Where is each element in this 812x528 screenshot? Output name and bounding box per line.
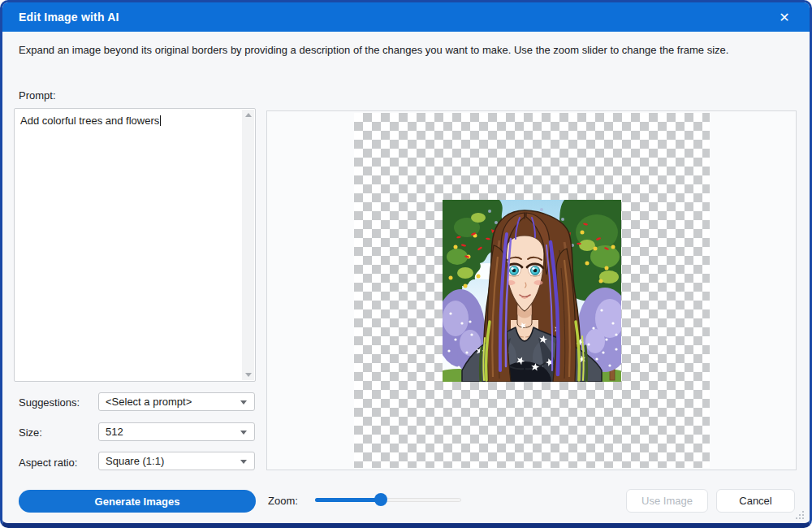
prompt-scrollbar[interactable] xyxy=(242,110,254,380)
dialog-description: Expand an image beyond its original bord… xyxy=(19,44,728,56)
transparent-frame xyxy=(354,113,710,468)
resize-grip[interactable] xyxy=(795,511,804,520)
chevron-down-icon xyxy=(240,460,247,464)
aspect-ratio-value: Square (1:1) xyxy=(106,455,164,467)
suggestions-label: Suggestions: xyxy=(19,396,80,409)
preview-panel xyxy=(266,110,797,470)
zoom-label: Zoom: xyxy=(268,495,298,507)
dialog-titlebar: Edit Image with AI ✕ xyxy=(2,2,810,32)
prompt-text: Add colorful trees and flowers xyxy=(20,114,237,128)
scroll-up-icon[interactable] xyxy=(245,113,252,117)
size-value: 512 xyxy=(106,426,123,438)
aspect-ratio-label: Aspect ratio: xyxy=(19,457,77,469)
use-image-button[interactable]: Use Image xyxy=(626,489,708,513)
suggestions-value: <Select a prompt> xyxy=(106,396,192,408)
chevron-down-icon xyxy=(240,400,247,405)
prompt-textarea[interactable]: Add colorful trees and flowers xyxy=(14,108,256,382)
text-cursor xyxy=(160,115,161,126)
chevron-down-icon xyxy=(240,431,247,435)
cancel-button[interactable]: Cancel xyxy=(716,489,795,513)
preview-image xyxy=(443,200,621,382)
zoom-slider[interactable] xyxy=(315,492,461,507)
slider-thumb[interactable] xyxy=(374,493,387,506)
size-label: Size: xyxy=(19,426,42,439)
generate-images-button[interactable]: Generate Images xyxy=(19,490,256,513)
edit-image-with-ai-dialog: Edit Image with AI ✕ Expand an image bey… xyxy=(0,0,812,528)
prompt-label: Prompt: xyxy=(19,89,56,102)
suggestions-dropdown[interactable]: <Select a prompt> xyxy=(98,392,255,411)
size-dropdown[interactable]: 512 xyxy=(98,422,255,441)
slider-fill xyxy=(315,498,381,502)
scroll-down-icon[interactable] xyxy=(245,373,252,377)
aspect-ratio-dropdown[interactable]: Square (1:1) xyxy=(98,452,255,470)
close-icon[interactable]: ✕ xyxy=(771,6,798,28)
dialog-title: Edit Image with AI xyxy=(19,11,119,24)
